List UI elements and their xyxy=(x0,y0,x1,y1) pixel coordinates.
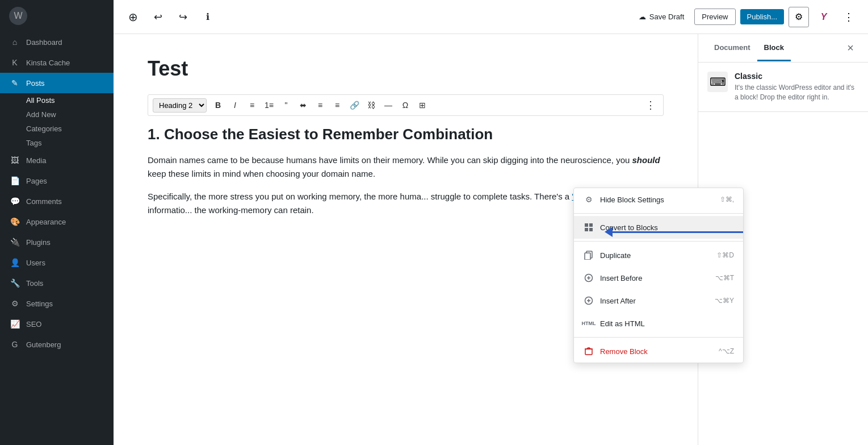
trash-icon xyxy=(583,346,594,357)
users-icon: 👤 xyxy=(9,257,20,268)
context-divider-3 xyxy=(574,337,743,338)
publish-button[interactable]: Publish... xyxy=(740,9,784,24)
toolbar-more-button[interactable]: ⋮ xyxy=(643,97,659,113)
context-menu: ⚙ Hide Block Settings ⇧⌘, Convert to Blo… xyxy=(573,188,744,363)
media-icon: 🖼 xyxy=(9,155,20,166)
horizontal-rule-button[interactable]: — xyxy=(380,97,396,113)
undo-button[interactable]: ↩ xyxy=(148,7,168,27)
remove-block-label: Remove Block xyxy=(600,347,713,356)
insert-after-label: Insert After xyxy=(600,297,709,305)
undo-icon: ↩ xyxy=(154,11,162,23)
block-info: ⌨ Classic It's the classic WordPress edi… xyxy=(698,63,868,112)
sidebar-item-label: Pages xyxy=(26,177,47,185)
context-hide-block-settings[interactable]: ⚙ Hide Block Settings ⇧⌘, xyxy=(574,188,743,211)
posts-submenu: All Posts Add New Categories Tags xyxy=(0,93,114,150)
sidebar-item-users[interactable]: 👤 Users xyxy=(0,252,114,273)
add-block-button[interactable]: ⊕ xyxy=(123,7,143,27)
tab-block[interactable]: Block xyxy=(757,35,791,61)
block-title: Classic xyxy=(735,72,859,81)
sidebar-item-media[interactable]: 🖼 Media xyxy=(0,150,114,170)
appearance-icon: 🎨 xyxy=(9,216,20,227)
sidebar-item-appearance[interactable]: 🎨 Appearance xyxy=(0,211,114,232)
submenu-all-posts[interactable]: All Posts xyxy=(26,93,114,107)
sidebar: W ⌂ Dashboard K Kinsta Cache ✎ Posts All… xyxy=(0,0,114,445)
sidebar-item-comments[interactable]: 💬 Comments xyxy=(0,191,114,211)
context-duplicate[interactable]: Duplicate ⇧⌘D xyxy=(574,244,743,267)
tab-document[interactable]: Document xyxy=(707,35,757,61)
sidebar-item-label: Plugins xyxy=(26,238,51,247)
classic-editor-toolbar: Heading 2 Paragraph Heading 1 Heading 3 … xyxy=(148,94,664,116)
content-paragraph-1: Domain names came to be because humans h… xyxy=(148,153,664,181)
info-button[interactable]: ℹ xyxy=(198,7,218,27)
tools-icon: 🔧 xyxy=(9,277,20,289)
svg-rect-5 xyxy=(585,253,590,260)
context-remove-block[interactable]: Remove Block ^⌥Z xyxy=(574,340,743,363)
sidebar-item-label: Kinsta Cache xyxy=(26,59,70,67)
align-left-button[interactable]: ⬌ xyxy=(295,97,311,113)
link-button[interactable]: 🔗 xyxy=(346,97,362,113)
insert-before-shortcut: ⌥⌘T xyxy=(715,274,734,282)
sidebar-item-label: Tools xyxy=(26,279,43,288)
context-convert-to-blocks[interactable]: Convert to Blocks xyxy=(574,216,743,239)
sidebar-item-settings[interactable]: ⚙ Settings xyxy=(0,293,114,314)
sidebar-item-label: Posts xyxy=(26,79,45,88)
sidebar-item-label: SEO xyxy=(26,320,41,328)
save-draft-button[interactable]: ☁ Save Draft xyxy=(633,9,690,24)
context-insert-after[interactable]: Insert After ⌥⌘Y xyxy=(574,289,743,312)
add-icon: ⊕ xyxy=(128,10,138,24)
seo-icon: 📈 xyxy=(9,318,20,330)
panel-close-button[interactable]: × xyxy=(842,40,859,57)
ordered-list-button[interactable]: 1≡ xyxy=(261,97,277,113)
cloud-icon: ☁ xyxy=(639,13,646,21)
insert-after-shortcut: ⌥⌘Y xyxy=(715,297,734,305)
blocks-icon xyxy=(583,222,594,233)
duplicate-icon xyxy=(583,249,594,261)
sidebar-item-gutenberg[interactable]: G Gutenberg xyxy=(0,334,114,355)
sidebar-item-posts[interactable]: ✎ Posts xyxy=(0,73,114,93)
settings-icon: ⚙ xyxy=(9,298,20,309)
top-toolbar: ⊕ ↩ ↪ ℹ ☁ Save Draft Preview Publish... … xyxy=(114,0,868,34)
hide-block-settings-label: Hide Block Settings xyxy=(600,196,714,204)
special-char-button[interactable]: Ω xyxy=(397,97,413,113)
preview-button[interactable]: Preview xyxy=(694,9,735,25)
sidebar-item-label: Gutenberg xyxy=(26,340,61,349)
unlink-button[interactable]: ⛓ xyxy=(363,97,379,113)
sidebar-item-pages[interactable]: 📄 Pages xyxy=(0,170,114,191)
submenu-add-new[interactable]: Add New xyxy=(26,107,114,122)
editor-area: Test Heading 2 Paragraph Heading 1 Headi… xyxy=(114,34,868,445)
sidebar-item-kinsta-cache[interactable]: K Kinsta Cache xyxy=(0,52,114,73)
yoast-button[interactable]: Y xyxy=(814,7,834,27)
sidebar-logo[interactable]: W xyxy=(0,0,114,32)
blockquote-button[interactable]: " xyxy=(278,97,294,113)
context-divider-1 xyxy=(574,213,743,214)
context-insert-before[interactable]: Insert Before ⌥⌘T xyxy=(574,267,743,289)
context-edit-as-html[interactable]: HTML Edit as HTML xyxy=(574,312,743,335)
submenu-categories[interactable]: Categories xyxy=(26,122,114,136)
align-right-button[interactable]: ≡ xyxy=(329,97,345,113)
main-content: ⊕ ↩ ↪ ℹ ☁ Save Draft Preview Publish... … xyxy=(114,0,868,445)
sidebar-item-seo[interactable]: 📈 SEO xyxy=(0,314,114,334)
redo-button[interactable]: ↪ xyxy=(173,7,193,27)
sidebar-item-dashboard[interactable]: ⌂ Dashboard xyxy=(0,32,114,52)
block-description: It's the classic WordPress editor and it… xyxy=(735,83,859,102)
more-icon: ⋮ xyxy=(844,11,854,23)
settings-button[interactable]: ⚙ xyxy=(789,7,809,27)
post-title[interactable]: Test xyxy=(148,57,664,81)
bold-button[interactable]: B xyxy=(210,97,226,113)
gear-icon: ⚙ xyxy=(583,194,594,205)
yoast-icon: Y xyxy=(821,12,827,22)
submenu-tags[interactable]: Tags xyxy=(26,136,114,150)
align-center-button[interactable]: ≡ xyxy=(312,97,328,113)
html-icon: HTML xyxy=(583,318,594,329)
format-select[interactable]: Heading 2 Paragraph Heading 1 Heading 3 xyxy=(153,98,207,113)
more-options-button[interactable]: ⋮ xyxy=(838,7,859,27)
classic-block-icon: ⌨ xyxy=(707,72,728,92)
unordered-list-button[interactable]: ≡ xyxy=(244,97,260,113)
duplicate-shortcut: ⇧⌘D xyxy=(716,251,734,259)
sidebar-item-plugins[interactable]: 🔌 Plugins xyxy=(0,232,114,252)
posts-icon: ✎ xyxy=(9,77,20,89)
italic-button[interactable]: I xyxy=(227,97,243,113)
fullscreen-button[interactable]: ⊞ xyxy=(414,97,430,113)
sidebar-item-tools[interactable]: 🔧 Tools xyxy=(0,273,114,293)
insert-after-icon xyxy=(583,295,594,306)
